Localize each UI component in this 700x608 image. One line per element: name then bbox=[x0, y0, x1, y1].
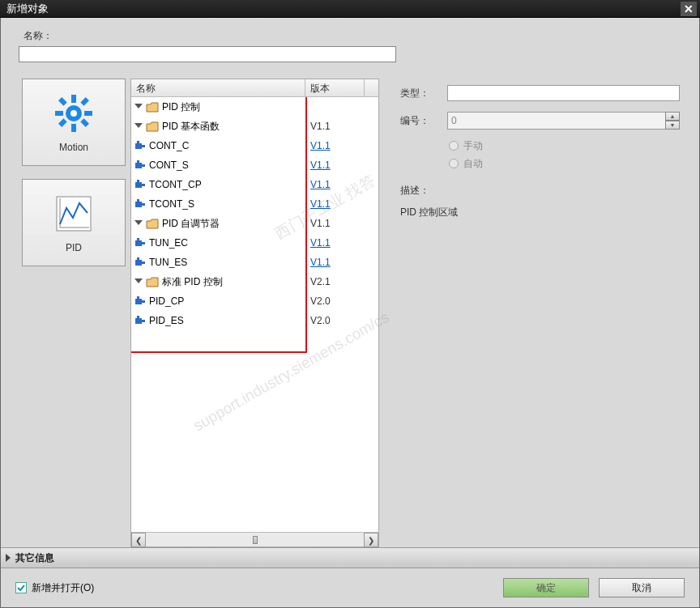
radio-auto[interactable]: 自动 bbox=[400, 155, 680, 172]
tree-hscrollbar[interactable]: ❮ ❯ bbox=[131, 532, 378, 546]
tree-row[interactable]: PID 自调节器V1.1 bbox=[131, 214, 378, 233]
tree-row[interactable]: CONT_CV1.1 bbox=[131, 136, 378, 155]
cancel-button[interactable]: 取消 bbox=[599, 578, 685, 597]
tree-row[interactable]: PID_CPV2.0 bbox=[131, 291, 378, 311]
tree-row[interactable]: PID 控制 bbox=[131, 97, 378, 117]
tree-item-version[interactable]: V1.1 bbox=[305, 257, 378, 268]
tree-header-version[interactable]: 版本 bbox=[305, 79, 365, 96]
add-and-open-checkbox[interactable] bbox=[15, 582, 27, 593]
svg-rect-21 bbox=[137, 180, 139, 183]
tree-row[interactable]: PID 基本函数V1.1 bbox=[131, 117, 378, 136]
svg-rect-5 bbox=[84, 111, 92, 116]
description-text: PID 控制区域 bbox=[400, 206, 680, 219]
chevron-down-icon bbox=[134, 220, 143, 225]
svg-rect-35 bbox=[142, 320, 145, 322]
svg-rect-15 bbox=[137, 141, 139, 144]
tree-row[interactable]: TCONT_SV1.1 bbox=[131, 194, 378, 214]
type-input[interactable] bbox=[447, 85, 680, 101]
category-column: Motion PID bbox=[19, 79, 130, 547]
add-and-open-label: 新增并打开(O) bbox=[32, 581, 94, 595]
main-content: Motion PID 名称 版本 PID 控制PID 基本函数V1.1CONT_… bbox=[1, 70, 699, 547]
tree-item-version[interactable]: V1.1 bbox=[305, 159, 378, 171]
tree-row[interactable]: TUN_ECV1.1 bbox=[131, 233, 378, 253]
tree-item-version: V1.1 bbox=[305, 218, 378, 229]
other-info-bar[interactable]: 其它信息 bbox=[1, 547, 699, 568]
svg-rect-32 bbox=[142, 300, 145, 303]
block-icon bbox=[134, 199, 146, 209]
tree-item-label: CONT_S bbox=[149, 159, 189, 171]
number-input[interactable] bbox=[447, 112, 665, 130]
titlebar: 新增对象 ✕ bbox=[0, 0, 700, 18]
svg-rect-29 bbox=[142, 261, 145, 264]
spinner-down-button[interactable]: ▼ bbox=[665, 121, 680, 130]
number-spinner[interactable]: ▲ ▼ bbox=[447, 112, 680, 130]
chevron-down-icon bbox=[134, 123, 143, 128]
spinner-up-button[interactable]: ▲ bbox=[665, 112, 680, 121]
other-info-label: 其它信息 bbox=[15, 551, 54, 565]
category-pid[interactable]: PID bbox=[22, 179, 126, 266]
svg-rect-13 bbox=[135, 143, 142, 149]
scroll-left-button[interactable]: ❮ bbox=[131, 533, 146, 547]
svg-rect-8 bbox=[80, 97, 89, 106]
category-motion[interactable]: Motion bbox=[22, 79, 126, 166]
svg-rect-31 bbox=[135, 299, 142, 304]
tree-item-label: PID_CP bbox=[149, 295, 184, 307]
block-icon bbox=[134, 257, 146, 267]
scroll-right-button[interactable]: ❯ bbox=[364, 533, 378, 547]
svg-rect-30 bbox=[137, 257, 139, 261]
tree-header-name[interactable]: 名称 bbox=[131, 79, 305, 96]
block-icon bbox=[134, 141, 146, 151]
radio-icon bbox=[449, 141, 459, 151]
ok-button[interactable]: 确定 bbox=[503, 578, 589, 597]
block-icon bbox=[134, 316, 146, 325]
svg-rect-23 bbox=[142, 203, 145, 206]
svg-rect-16 bbox=[135, 163, 142, 168]
radio-manual-label: 手动 bbox=[463, 139, 483, 153]
tree-header: 名称 版本 bbox=[131, 79, 378, 97]
tree-row[interactable]: TCONT_CPV1.1 bbox=[131, 175, 378, 194]
tree-item-label: CONT_C bbox=[149, 140, 189, 151]
description-label: 描述： bbox=[400, 184, 680, 198]
scroll-track[interactable] bbox=[146, 533, 364, 546]
tree-row[interactable]: TUN_ESV1.1 bbox=[131, 253, 378, 272]
block-icon bbox=[134, 296, 146, 306]
block-icon bbox=[134, 180, 146, 189]
chevron-right-icon bbox=[6, 554, 11, 562]
tree-row[interactable]: PID_ESV2.0 bbox=[131, 311, 378, 330]
block-icon bbox=[134, 160, 146, 170]
window-title: 新增对象 bbox=[6, 2, 681, 16]
svg-rect-10 bbox=[57, 197, 91, 231]
svg-rect-14 bbox=[142, 145, 145, 147]
tree-item-version[interactable]: V1.1 bbox=[305, 237, 378, 249]
number-label: 编号： bbox=[400, 114, 447, 128]
tree-row[interactable]: 标准 PID 控制V2.1 bbox=[131, 272, 378, 291]
tree-item-version[interactable]: V1.1 bbox=[305, 140, 378, 151]
chart-icon bbox=[52, 192, 96, 236]
svg-rect-25 bbox=[135, 240, 142, 246]
radio-icon bbox=[449, 159, 459, 168]
tree-row[interactable]: CONT_SV1.1 bbox=[131, 155, 378, 175]
tree-item-version[interactable]: V1.1 bbox=[305, 198, 378, 210]
svg-rect-28 bbox=[135, 260, 142, 266]
scroll-thumb[interactable] bbox=[253, 536, 258, 544]
gear-icon bbox=[52, 91, 96, 135]
tree-panel: 名称 版本 PID 控制PID 基本函数V1.1CONT_CV1.1CONT_S… bbox=[130, 79, 379, 547]
close-button[interactable]: ✕ bbox=[681, 2, 697, 16]
svg-rect-33 bbox=[137, 296, 139, 300]
folder-icon bbox=[146, 219, 159, 229]
tree-item-label: 标准 PID 控制 bbox=[162, 275, 223, 289]
svg-rect-3 bbox=[71, 124, 76, 132]
radio-manual[interactable]: 手动 bbox=[400, 137, 680, 155]
tree-item-version[interactable]: V1.1 bbox=[305, 179, 378, 190]
svg-rect-24 bbox=[137, 199, 139, 202]
tree-item-version: V1.1 bbox=[305, 121, 378, 132]
tree-item-label: PID 基本函数 bbox=[162, 120, 220, 134]
tree-item-label: TCONT_S bbox=[149, 198, 194, 210]
svg-rect-18 bbox=[137, 160, 139, 164]
category-pid-label: PID bbox=[66, 242, 82, 253]
name-input[interactable] bbox=[19, 46, 396, 62]
tree-item-version: V2.1 bbox=[305, 276, 378, 287]
name-label: 名称： bbox=[23, 29, 681, 43]
folder-icon bbox=[146, 102, 159, 113]
block-icon bbox=[134, 238, 146, 248]
